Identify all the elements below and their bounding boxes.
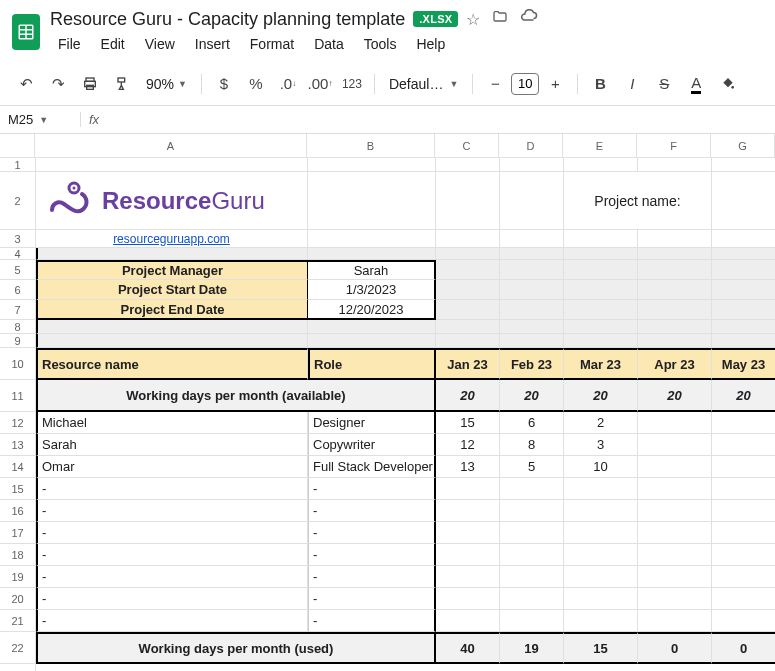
menu-edit[interactable]: Edit: [93, 32, 133, 56]
person-val[interactable]: [712, 500, 775, 522]
cell[interactable]: [564, 300, 638, 320]
cell[interactable]: [564, 320, 638, 334]
person-name[interactable]: -: [36, 478, 308, 500]
person-role[interactable]: -: [308, 588, 436, 610]
row-header-12[interactable]: 12: [0, 412, 35, 434]
font-size-decrease[interactable]: −: [481, 70, 509, 98]
person-val[interactable]: [436, 478, 500, 500]
person-val[interactable]: 8: [500, 434, 564, 456]
row-header-17[interactable]: 17: [0, 522, 35, 544]
person-val[interactable]: [712, 522, 775, 544]
fill-color-button[interactable]: [714, 70, 742, 98]
row-header-10[interactable]: 10: [0, 348, 35, 380]
currency-button[interactable]: $: [210, 70, 238, 98]
person-val[interactable]: [564, 544, 638, 566]
cell[interactable]: [436, 260, 500, 280]
col-header-c[interactable]: C: [435, 134, 499, 157]
person-val[interactable]: [564, 610, 638, 632]
header-resource[interactable]: Resource name: [36, 348, 308, 380]
cell[interactable]: [564, 334, 638, 348]
available-label[interactable]: Working days per month (available): [36, 380, 436, 412]
cell[interactable]: [638, 158, 712, 172]
used-val[interactable]: 40: [436, 632, 500, 664]
font-size-increase[interactable]: +: [541, 70, 569, 98]
text-color-button[interactable]: A: [682, 70, 710, 98]
menu-data[interactable]: Data: [306, 32, 352, 56]
cell[interactable]: [500, 248, 564, 260]
cell[interactable]: [36, 334, 308, 348]
cell[interactable]: [436, 300, 500, 320]
person-val[interactable]: [500, 566, 564, 588]
person-val[interactable]: [436, 544, 500, 566]
person-val[interactable]: [712, 610, 775, 632]
cell[interactable]: [500, 158, 564, 172]
person-val[interactable]: 5: [500, 456, 564, 478]
person-name[interactable]: Omar: [36, 456, 308, 478]
available-val[interactable]: 20: [564, 380, 638, 412]
cell[interactable]: [436, 320, 500, 334]
cell[interactable]: [564, 158, 638, 172]
used-val[interactable]: 0: [712, 632, 775, 664]
cell[interactable]: [436, 334, 500, 348]
cell[interactable]: [500, 230, 564, 248]
row-header-2[interactable]: 2: [0, 172, 35, 230]
brand-link[interactable]: resourceguruapp.com: [36, 230, 308, 248]
person-val[interactable]: [500, 478, 564, 500]
select-all-corner[interactable]: [0, 134, 35, 158]
person-name[interactable]: -: [36, 500, 308, 522]
font-size-input[interactable]: [511, 73, 539, 95]
cell[interactable]: [436, 280, 500, 300]
col-header-f[interactable]: F: [637, 134, 711, 157]
person-val[interactable]: [638, 456, 712, 478]
person-val[interactable]: [500, 522, 564, 544]
cell[interactable]: [712, 300, 775, 320]
cell[interactable]: [500, 334, 564, 348]
cell[interactable]: [36, 158, 308, 172]
person-val[interactable]: [638, 434, 712, 456]
star-icon[interactable]: ☆: [466, 10, 480, 29]
cloud-status-icon[interactable]: [520, 8, 538, 30]
person-val[interactable]: [712, 412, 775, 434]
move-folder-icon[interactable]: [492, 9, 508, 29]
cell[interactable]: [436, 230, 500, 248]
row-header-4[interactable]: 4: [0, 248, 35, 260]
row-header-5[interactable]: 5: [0, 260, 35, 280]
person-val[interactable]: [638, 478, 712, 500]
meta-label[interactable]: Project End Date: [36, 300, 308, 320]
print-button[interactable]: [76, 70, 104, 98]
menu-insert[interactable]: Insert: [187, 32, 238, 56]
percent-button[interactable]: %: [242, 70, 270, 98]
col-header-e[interactable]: E: [563, 134, 637, 157]
person-role[interactable]: -: [308, 500, 436, 522]
cell[interactable]: [500, 172, 564, 230]
person-val[interactable]: 6: [500, 412, 564, 434]
row-header-13[interactable]: 13: [0, 434, 35, 456]
cell[interactable]: [308, 172, 436, 230]
person-val[interactable]: [712, 566, 775, 588]
person-name[interactable]: -: [36, 588, 308, 610]
cell[interactable]: [564, 248, 638, 260]
cell[interactable]: [308, 230, 436, 248]
cell[interactable]: [712, 320, 775, 334]
person-val[interactable]: [638, 500, 712, 522]
undo-button[interactable]: ↶: [12, 70, 40, 98]
cell[interactable]: [436, 248, 500, 260]
cell[interactable]: [638, 260, 712, 280]
row-header-11[interactable]: 11: [0, 380, 35, 412]
person-val[interactable]: [638, 566, 712, 588]
person-val[interactable]: 3: [564, 434, 638, 456]
available-val[interactable]: 20: [638, 380, 712, 412]
row-header-8[interactable]: 8: [0, 320, 35, 334]
header-month[interactable]: May 23: [712, 348, 775, 380]
header-month[interactable]: Mar 23: [564, 348, 638, 380]
person-role[interactable]: -: [308, 610, 436, 632]
cell[interactable]: [712, 334, 775, 348]
person-name[interactable]: Sarah: [36, 434, 308, 456]
menu-file[interactable]: File: [50, 32, 89, 56]
meta-label[interactable]: Project Start Date: [36, 280, 308, 300]
brand-cell[interactable]: ResourceGuru: [36, 172, 308, 230]
bold-button[interactable]: B: [586, 70, 614, 98]
menu-view[interactable]: View: [137, 32, 183, 56]
row-header-7[interactable]: 7: [0, 300, 35, 320]
person-val[interactable]: 15: [436, 412, 500, 434]
